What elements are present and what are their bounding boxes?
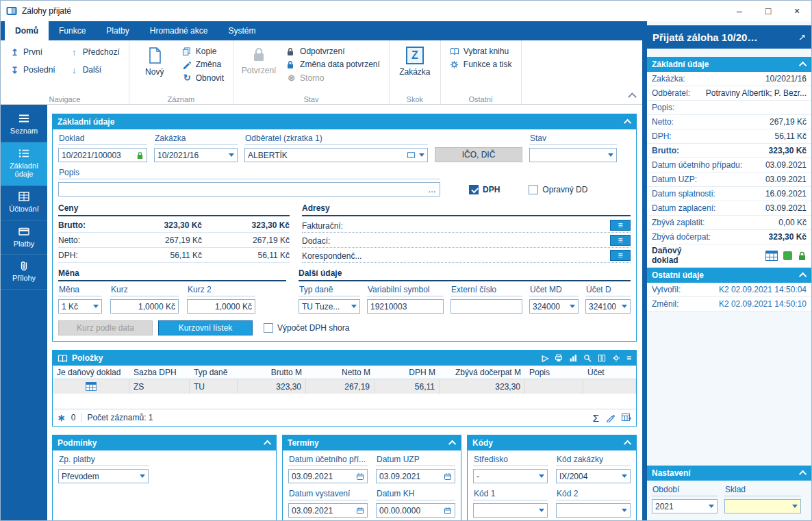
chevron-down-icon[interactable] — [93, 305, 99, 308]
storno-button[interactable]: ⊗ Storno — [283, 71, 383, 84]
obdobi-field[interactable]: 2021 — [652, 499, 718, 513]
mena-field[interactable]: 1 Kč — [58, 299, 102, 314]
datum-uzp-field[interactable]: 03.09.2021 — [376, 469, 455, 483]
ellipsis-button[interactable]: … — [428, 185, 437, 194]
jump-zakazka-button[interactable]: Z Zakázka — [395, 44, 435, 93]
columns-icon[interactable] — [598, 354, 606, 362]
tab-domu[interactable]: Domů — [5, 21, 49, 40]
change-confirm-date-button[interactable]: Změna data potvrzení — [283, 58, 383, 71]
chevron-up-icon[interactable] — [799, 272, 807, 280]
snowflake-icon[interactable]: ∗ — [58, 412, 66, 423]
new-record-button[interactable]: Nový — [135, 44, 175, 93]
chevron-up-icon[interactable] — [624, 119, 631, 127]
sidebar-item-platby[interactable]: Platby — [1, 220, 47, 255]
search-icon[interactable] — [583, 354, 592, 362]
chart-icon[interactable] — [569, 354, 577, 362]
chevron-down-icon[interactable] — [570, 305, 575, 308]
sidebar-item-seznam[interactable]: Seznam — [1, 107, 47, 142]
kod1-field[interactable] — [473, 503, 548, 518]
previous-button[interactable]: ↑ Předchozí — [66, 44, 123, 60]
kurz-field[interactable]: 1,0000 Kč — [110, 299, 179, 314]
chevron-up-icon[interactable] — [448, 440, 456, 448]
ribbon-collapse-icon[interactable] — [628, 92, 637, 101]
stredisko-field[interactable]: - — [473, 469, 548, 483]
unconfirm-button[interactable]: Odpotvrzení — [283, 45, 383, 58]
column-header[interactable]: Typ daně — [190, 368, 238, 377]
column-header[interactable]: Účet — [583, 368, 636, 377]
sum-icon[interactable]: Σ — [593, 412, 599, 424]
chevron-down-icon[interactable] — [351, 305, 357, 308]
kurz2-field[interactable]: 1,0000 Kč — [187, 299, 255, 314]
chevron-down-icon[interactable] — [622, 305, 627, 308]
chevron-down-icon[interactable] — [419, 153, 424, 157]
stav-field[interactable] — [529, 148, 617, 162]
edit-pencil-icon[interactable] — [606, 414, 615, 422]
next-button[interactable]: ↓ Další — [66, 62, 123, 78]
grid-edit-icon[interactable] — [622, 414, 631, 422]
column-header[interactable]: Sazba DPH — [129, 368, 190, 377]
address-menu-button[interactable]: ≡ — [610, 220, 631, 231]
kod-zakazky-field[interactable]: IX/2004 — [556, 469, 631, 483]
chevron-down-icon[interactable] — [229, 153, 234, 157]
ucet-d-field[interactable]: 324100 — [585, 299, 631, 314]
typ-dane-field[interactable]: TU Tuze... — [299, 299, 360, 314]
ico-dic-button[interactable]: IČO, DIČ — [435, 147, 522, 162]
open-in-window-icon[interactable]: ↗ — [798, 32, 806, 42]
refresh-button[interactable]: ↻ Obnovit — [179, 71, 227, 84]
maximize-button[interactable]: □ — [754, 1, 783, 21]
dph-checkbox[interactable] — [469, 185, 479, 194]
opravny-dd-checkbox[interactable] — [529, 185, 538, 194]
externi-cislo-field[interactable] — [451, 299, 522, 314]
minimize-button[interactable]: – — [725, 1, 754, 21]
sidebar-item-uctovani[interactable]: Účtování — [1, 186, 47, 220]
printer-icon[interactable] — [555, 354, 563, 362]
column-header[interactable]: Netto M — [306, 368, 375, 377]
chevron-down-icon[interactable] — [140, 474, 145, 478]
address-menu-button[interactable]: ≡ — [610, 250, 631, 261]
menu-icon[interactable]: ≡ — [626, 354, 631, 362]
column-header[interactable]: Popis — [525, 368, 583, 377]
calendar-icon[interactable] — [356, 472, 364, 481]
calendar-icon[interactable] — [444, 472, 452, 481]
datum-kh-field[interactable]: 00.00.0000 — [376, 503, 455, 518]
select-book-button[interactable]: Vybrat knihu — [446, 45, 516, 58]
column-header[interactable]: Je daňový doklad — [53, 368, 129, 377]
table-row[interactable]: ZS TU 323,30 267,19 56,11 323,30 — [53, 379, 636, 394]
last-button[interactable]: ↧ Poslední — [6, 62, 59, 78]
calendar-icon[interactable] — [444, 507, 452, 515]
kurzovni-listek-button[interactable]: Kurzovní lístek — [158, 320, 253, 335]
tab-funkce[interactable]: Funkce — [49, 21, 96, 40]
edit-button[interactable]: Změna — [179, 58, 227, 71]
settings-search-icon[interactable] — [612, 354, 620, 362]
column-header[interactable]: Brutto M — [238, 368, 306, 377]
sidebar-item-zakladni-udaje[interactable]: Základní údaje — [1, 142, 47, 186]
tab-system[interactable]: Systém — [218, 21, 266, 40]
vypocet-dph-checkbox[interactable] — [264, 323, 273, 333]
kurz-podle-data-button[interactable]: Kurz podle data — [58, 320, 153, 335]
chevron-up-icon[interactable] — [799, 62, 807, 69]
chevron-down-icon[interactable] — [792, 505, 798, 508]
sidebar-item-prilohy[interactable]: Přílohy — [1, 255, 47, 290]
odberatel-field[interactable]: ALBERTÍK — [244, 148, 428, 162]
chevron-down-icon[interactable] — [539, 474, 544, 478]
lookup-icon[interactable] — [407, 151, 416, 159]
table-empty-area[interactable] — [53, 394, 636, 409]
play-icon[interactable]: ▷ — [542, 354, 548, 362]
panel-splitter[interactable] — [642, 21, 647, 520]
calendar-icon[interactable] — [356, 507, 364, 515]
functions-print-button[interactable]: Funkce a tisk — [446, 58, 516, 71]
address-menu-button[interactable]: ≡ — [610, 235, 631, 246]
kod2-field[interactable] — [556, 503, 631, 518]
chevron-down-icon[interactable] — [539, 509, 544, 512]
chevron-down-icon[interactable] — [709, 505, 714, 508]
close-button[interactable]: × — [783, 1, 811, 21]
chevron-down-icon[interactable] — [622, 474, 627, 478]
chevron-up-icon[interactable] — [799, 470, 807, 478]
chevron-up-icon[interactable] — [264, 440, 271, 448]
zp-platby-field[interactable]: Převodem — [58, 469, 149, 483]
tab-platby[interactable]: Platby — [96, 21, 139, 40]
doklad-field[interactable]: 10/2021/100003 — [58, 148, 147, 162]
chevron-down-icon[interactable] — [608, 153, 613, 157]
datum-ucetniho-field[interactable]: 03.09.2021 — [288, 469, 368, 483]
chevron-down-icon[interactable] — [622, 509, 627, 512]
